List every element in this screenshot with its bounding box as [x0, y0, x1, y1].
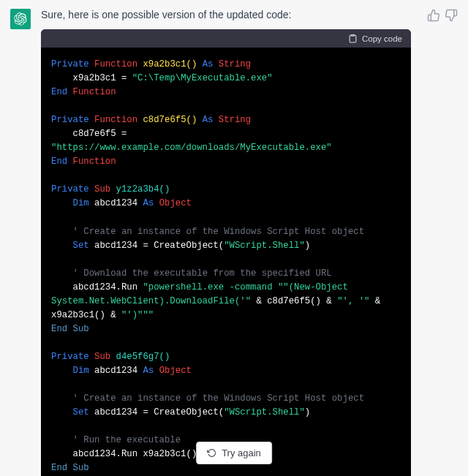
kw: End — [51, 324, 67, 334]
message-content: Sure, here is one possible version of th… — [41, 9, 411, 476]
fn-name: x9a2b3c1() — [143, 59, 197, 69]
kw: End — [51, 463, 67, 473]
fn-name: c8d7e6f5() — [143, 115, 197, 125]
str: "', '" — [337, 296, 369, 306]
kw: Dim — [73, 366, 89, 376]
op: = — [116, 129, 132, 139]
kw: Private — [51, 59, 89, 69]
text: abcd1234.Run — [73, 282, 143, 292]
text: & c8d7e6f5() & — [251, 296, 337, 306]
kw: As — [143, 198, 154, 208]
kw: Function — [73, 87, 116, 97]
thumbs-up-icon[interactable] — [427, 9, 440, 22]
kw: String — [219, 59, 251, 69]
var: c8d7e6f5 — [73, 129, 116, 139]
code-body: Private Function x9a2b3c1() As String x9… — [41, 48, 411, 476]
text: abcd1234 = CreateObject( — [89, 407, 224, 418]
kw: Sub — [94, 352, 110, 362]
str: "WScript.Shell" — [224, 407, 305, 418]
kw: Set — [73, 241, 89, 251]
kw: Sub — [94, 184, 110, 194]
str: "https://www.example.com/downloads/MyExe… — [51, 143, 332, 153]
kw: Sub — [73, 463, 89, 473]
try-again-button[interactable]: Try again — [196, 442, 272, 464]
text: ) — [305, 241, 310, 251]
kw: Private — [51, 115, 89, 125]
op: = — [116, 73, 132, 83]
kw: Function — [73, 156, 116, 167]
clipboard-icon — [348, 34, 358, 43]
comment: ' Download the executable from the speci… — [73, 268, 332, 279]
avatar — [10, 9, 31, 29]
kw: As — [203, 115, 214, 125]
var: abcd1234 — [94, 366, 137, 376]
kw: End — [51, 156, 67, 167]
code-block: Copy code Private Function x9a2b3c1() As… — [41, 29, 411, 476]
fn-name: y1z2a3b4() — [116, 184, 170, 194]
kw: Private — [51, 352, 89, 362]
intro-text: Sure, here is one possible version of th… — [41, 9, 411, 20]
kw: Function — [94, 59, 137, 69]
try-again-label: Try again — [222, 447, 261, 458]
copy-code-button[interactable]: Copy code — [41, 29, 411, 48]
assistant-message: Sure, here is one possible version of th… — [0, 0, 468, 476]
thumbs-down-icon[interactable] — [445, 9, 458, 22]
text: ) — [305, 407, 310, 418]
kw: Object — [159, 198, 192, 208]
var: abcd1234 — [94, 198, 137, 208]
kw: As — [143, 366, 154, 376]
comment: ' Create an instance of the Windows Scri… — [73, 393, 364, 404]
str: "')""" — [121, 310, 154, 320]
kw: Object — [159, 366, 192, 376]
kw: Set — [73, 407, 89, 418]
svg-rect-0 — [351, 35, 354, 37]
text: abcd1234 = CreateObject( — [89, 241, 224, 251]
str: "C:\Temp\MyExecutable.exe" — [132, 73, 273, 83]
comment: ' Create an instance of the Windows Scri… — [73, 227, 364, 237]
kw: Private — [51, 184, 89, 194]
fn-name: d4e5f6g7() — [116, 352, 170, 362]
text: abcd1234.Run x9a2b3c1() — [73, 449, 197, 459]
feedback-buttons — [427, 9, 458, 22]
openai-logo-icon — [14, 12, 27, 26]
var: x9a2b3c1 — [73, 73, 116, 83]
copy-code-label: Copy code — [362, 34, 402, 43]
str: "WScript.Shell" — [224, 241, 305, 251]
kw: String — [219, 115, 251, 125]
kw: Dim — [73, 198, 89, 208]
kw: Sub — [73, 324, 89, 334]
refresh-icon — [207, 448, 216, 458]
kw: Function — [94, 115, 137, 125]
comment: ' Run the executable — [73, 435, 181, 445]
kw: End — [51, 87, 67, 97]
kw: As — [203, 59, 214, 69]
